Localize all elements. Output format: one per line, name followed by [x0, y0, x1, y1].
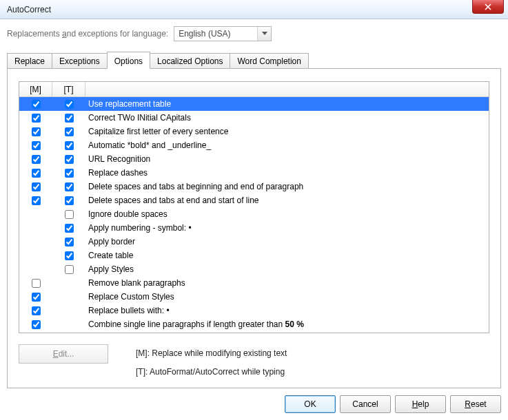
- option-row[interactable]: Apply border: [19, 235, 489, 249]
- checkbox-t[interactable]: [65, 169, 74, 178]
- cancel-button[interactable]: Cancel: [340, 395, 391, 413]
- tab-localized-options[interactable]: Localized Options: [150, 53, 230, 69]
- checkbox-t[interactable]: [65, 196, 74, 205]
- checkbox-t[interactable]: [65, 155, 74, 164]
- cell-m: [19, 320, 52, 329]
- option-row[interactable]: Capitalize first letter of every sentenc…: [19, 125, 489, 138]
- option-row[interactable]: Combine single line paragraphs if length…: [19, 317, 489, 331]
- option-row[interactable]: Create table: [19, 249, 489, 262]
- option-row[interactable]: Replace bullets with: •: [19, 304, 489, 317]
- cell-t: [52, 210, 85, 219]
- column-header-t[interactable]: [T]: [52, 82, 85, 96]
- option-row[interactable]: Apply numbering - symbol: •: [19, 221, 489, 235]
- legend-m: [M]: Replace while modifying existing te…: [136, 344, 287, 362]
- cell-t: [52, 224, 85, 233]
- checkbox-t[interactable]: [65, 251, 74, 260]
- checkbox-m[interactable]: [32, 196, 41, 205]
- checkbox-m[interactable]: [32, 155, 41, 164]
- cell-t: [52, 114, 85, 123]
- options-table-body[interactable]: Use replacement tableCorrect TWo INitial…: [19, 97, 489, 333]
- checkbox-m[interactable]: [32, 169, 41, 178]
- checkbox-m[interactable]: [32, 293, 41, 302]
- reset-button[interactable]: Reset: [450, 395, 501, 413]
- checkbox-t[interactable]: [65, 238, 74, 246]
- checkbox-m[interactable]: [32, 127, 41, 136]
- ok-button[interactable]: OK: [285, 395, 336, 413]
- window-title: AutoCorrect: [7, 5, 51, 14]
- checkbox-m[interactable]: [32, 114, 41, 123]
- cell-m: [19, 293, 52, 302]
- checkbox-t[interactable]: [65, 127, 74, 136]
- cell-m: [19, 196, 52, 205]
- close-button[interactable]: [472, 0, 504, 14]
- cell-t: [52, 100, 85, 109]
- checkbox-t[interactable]: [65, 100, 74, 109]
- checkbox-t[interactable]: [65, 182, 74, 191]
- cell-m: [19, 141, 52, 150]
- cell-m: [19, 306, 52, 315]
- title-bar: AutoCorrect: [0, 0, 508, 19]
- option-label: Automatic *bold* and _underline_: [85, 140, 486, 150]
- cell-t: [52, 169, 85, 178]
- tab-word-completion[interactable]: Word Completion: [230, 53, 308, 69]
- option-row[interactable]: Automatic *bold* and _underline_: [19, 138, 489, 152]
- option-row[interactable]: Ignore double spaces: [19, 207, 489, 221]
- help-button[interactable]: Help: [395, 395, 446, 413]
- tab-options[interactable]: Options: [107, 52, 150, 69]
- cell-t: [52, 265, 85, 274]
- checkbox-m[interactable]: [32, 306, 41, 315]
- option-label: Combine single line paragraphs if length…: [85, 319, 486, 329]
- checkbox-m[interactable]: [32, 141, 41, 150]
- option-row[interactable]: Use replacement table: [19, 97, 489, 111]
- option-row[interactable]: Replace Custom Styles: [19, 290, 489, 304]
- option-label: Ignore double spaces: [85, 209, 486, 219]
- option-label: Use replacement table: [85, 99, 486, 109]
- checkbox-t[interactable]: [65, 224, 74, 233]
- cell-t: [52, 127, 85, 136]
- checkbox-t[interactable]: [65, 141, 74, 150]
- option-row[interactable]: Apply Styles: [19, 262, 489, 276]
- cell-m: [19, 169, 52, 178]
- option-row[interactable]: URL Recognition: [19, 152, 489, 166]
- tab-exceptions[interactable]: Exceptions: [52, 53, 108, 69]
- option-label: Delete spaces and tabs at beginning and …: [85, 182, 486, 191]
- language-combo[interactable]: English (USA): [174, 26, 272, 41]
- checkbox-m[interactable]: [32, 320, 41, 329]
- tab-replace[interactable]: Replace: [7, 53, 52, 69]
- option-label: Replace bullets with: •: [85, 306, 486, 315]
- option-row[interactable]: Delete spaces and tabs at end and start …: [19, 193, 489, 207]
- column-header-m[interactable]: [M]: [19, 82, 52, 96]
- legend-t: [T]: AutoFormat/AutoCorrect while typing: [136, 363, 287, 381]
- option-label: URL Recognition: [85, 154, 486, 164]
- language-combo-value: English (USA): [174, 27, 257, 41]
- checkbox-m[interactable]: [32, 100, 41, 109]
- option-row[interactable]: Replace dashes: [19, 166, 489, 180]
- option-label: Create table: [85, 251, 486, 260]
- checkbox-t[interactable]: [65, 114, 74, 123]
- cell-m: [19, 127, 52, 136]
- option-label: Remove blank paragraphs: [85, 278, 486, 288]
- cell-m: [19, 279, 52, 288]
- column-header-desc[interactable]: [85, 82, 489, 96]
- option-label: Capitalize first letter of every sentenc…: [85, 127, 486, 136]
- cell-m: [19, 155, 52, 164]
- tab-strip: ReplaceExceptionsOptionsLocalized Option…: [7, 51, 501, 69]
- checkbox-t[interactable]: [65, 265, 74, 274]
- checkbox-m[interactable]: [32, 182, 41, 191]
- options-table: [M] [T] Use replacement tableCorrect TWo…: [19, 81, 489, 333]
- cell-t: [52, 238, 85, 246]
- checkbox-m[interactable]: [32, 279, 41, 288]
- checkbox-t[interactable]: [65, 210, 74, 219]
- chevron-down-icon[interactable]: [257, 27, 271, 41]
- cell-m: [19, 182, 52, 191]
- cell-m: [19, 100, 52, 109]
- edit-button: Edit...: [19, 344, 108, 364]
- option-label: Delete spaces and tabs at end and start …: [85, 196, 486, 205]
- options-table-header: [M] [T]: [19, 82, 489, 97]
- option-row[interactable]: Remove blank paragraphs: [19, 276, 489, 290]
- option-row[interactable]: Correct TWo INitial CApitals: [19, 111, 489, 125]
- cell-t: [52, 141, 85, 150]
- dialog-button-row: OK Cancel Help Reset: [7, 388, 501, 420]
- option-row[interactable]: Delete spaces and tabs at beginning and …: [19, 180, 489, 193]
- option-label: Apply numbering - symbol: •: [85, 223, 486, 233]
